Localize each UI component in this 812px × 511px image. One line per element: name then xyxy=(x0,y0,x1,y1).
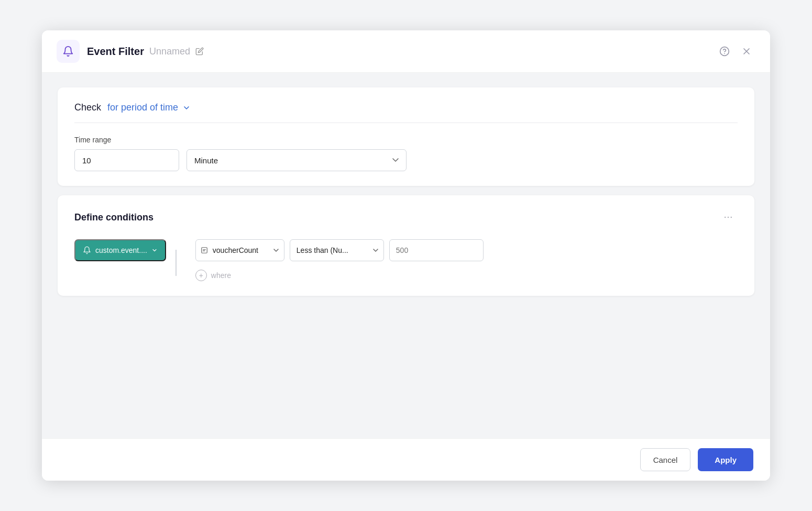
pencil-icon xyxy=(195,47,204,55)
define-conditions-card: Define conditions custom.event xyxy=(58,195,754,296)
modal-header: Event Filter Unnamed xyxy=(42,30,770,73)
svg-point-4 xyxy=(725,217,726,218)
cancel-button[interactable]: Cancel xyxy=(640,448,691,471)
check-label: Check xyxy=(74,102,101,113)
define-conditions-header: Define conditions xyxy=(74,210,738,225)
header-icon-wrap xyxy=(57,40,80,63)
event-chevron-icon xyxy=(151,247,158,253)
edit-name-button[interactable] xyxy=(192,44,207,59)
operator-select[interactable]: Less than (Nu... Greater than (Nu... Equ… xyxy=(290,239,384,261)
svg-point-6 xyxy=(731,217,732,218)
define-conditions-title: Define conditions xyxy=(74,212,153,223)
chevron-down-icon xyxy=(182,104,191,112)
time-range-label: Time range xyxy=(74,136,738,144)
where-button[interactable]: + where xyxy=(195,270,484,281)
event-badge-label: custom.event.... xyxy=(95,246,147,254)
time-range-input[interactable] xyxy=(74,149,179,171)
add-where-icon: + xyxy=(195,270,207,281)
modal-subtitle: Unnamed xyxy=(149,46,190,57)
period-dropdown-button[interactable]: for period of time xyxy=(107,102,191,113)
check-row: Check for period of time xyxy=(74,102,738,113)
time-unit-select[interactable]: Minute Hour Day Week Month xyxy=(186,149,407,171)
field-name-select[interactable]: voucherCount xyxy=(195,239,284,261)
check-card: Check for period of time Time range Minu… xyxy=(58,87,754,186)
bell-icon xyxy=(62,46,74,57)
event-icon xyxy=(83,246,91,254)
svg-point-5 xyxy=(728,217,729,218)
event-badge-button[interactable]: custom.event.... xyxy=(74,239,166,261)
event-filter-modal: Event Filter Unnamed xyxy=(42,30,770,481)
help-button[interactable] xyxy=(716,42,733,60)
condition-area: custom.event.... xyxy=(74,239,738,281)
close-icon xyxy=(741,46,752,57)
period-dropdown-label: for period of time xyxy=(107,102,178,113)
help-icon xyxy=(719,46,730,57)
more-options-button[interactable] xyxy=(719,210,738,225)
modal-footer: Cancel Apply xyxy=(42,438,770,481)
close-button[interactable] xyxy=(738,42,755,60)
check-divider xyxy=(74,123,738,123)
apply-button[interactable]: Apply xyxy=(698,448,753,471)
modal-content: Check for period of time Time range Minu… xyxy=(42,73,770,438)
time-range-row: Minute Hour Day Week Month xyxy=(74,149,738,171)
condition-value-input[interactable] xyxy=(389,239,484,261)
condition-connector xyxy=(175,239,177,276)
more-options-icon xyxy=(723,212,733,223)
time-range-section: Time range Minute Hour Day Week Month xyxy=(74,136,738,171)
modal-title: Event Filter xyxy=(87,46,144,58)
field-name-wrap: voucherCount xyxy=(195,239,284,261)
condition-field-row: voucherCount Less than (Nu... Greater th… xyxy=(195,239,484,261)
where-label: where xyxy=(211,271,231,280)
